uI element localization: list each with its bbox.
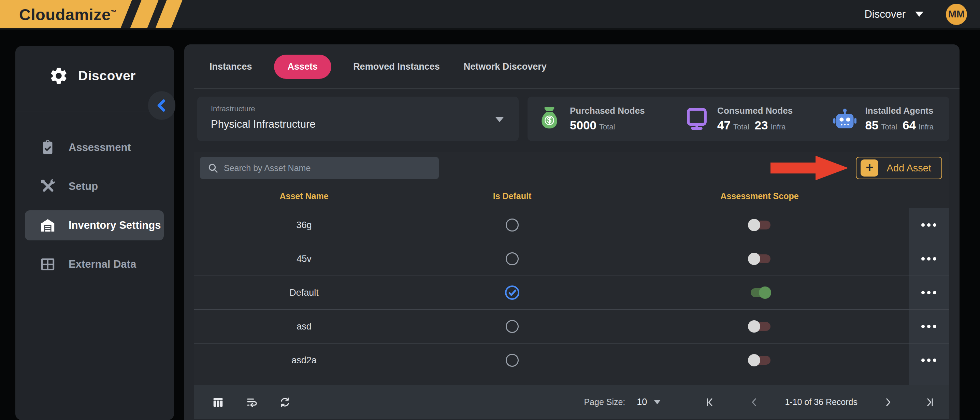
table-row: 45v [194,242,949,276]
sidebar-item-label: External Data [68,258,136,270]
assessment-scope-toggle[interactable] [748,354,771,367]
asset-name: 36g [296,220,312,230]
sidebar-menu: Assessment Setup Inventory Settings Exte… [15,133,174,279]
row-actions-menu[interactable] [909,242,949,276]
is-default-radio[interactable] [506,320,519,333]
asset-name: Default [290,287,319,298]
page-background: Discover Assessment Setup Inventory Sett… [0,30,980,420]
gear-icon [49,66,68,86]
row-actions-menu[interactable] [909,310,949,343]
stats-panel: Purchased Nodes 5000 Total Consumed Node… [528,97,949,141]
clipboard-check-icon [40,140,56,155]
sidebar-title: Discover [78,68,136,83]
is-default-radio[interactable] [506,219,519,232]
assessment-scope-toggle[interactable] [748,286,771,299]
ellipsis-icon [921,325,936,328]
stat-value: 23 [755,118,768,132]
app-switcher-label: Discover [864,8,905,21]
page-size-label: Page Size: [584,397,625,407]
infrastructure-select-label: Infrastructure [211,104,519,113]
stat-consumed-nodes: Consumed Nodes 47 Total 23 Infra [685,105,793,132]
stat-value: 85 [865,118,879,132]
columns-icon[interactable] [212,396,224,409]
asset-name: asd [296,321,312,332]
chevron-down-icon [495,117,504,122]
app-switcher[interactable]: Discover [864,8,923,21]
main-panel: Instances Assets Removed Instances Netwo… [184,45,959,420]
infrastructure-select[interactable]: Infrastructure Physical Infrastructure [197,97,519,141]
tab-network-discovery[interactable]: Network Discovery [462,54,549,79]
first-page-button[interactable] [704,396,716,408]
stat-unit: Total [599,123,615,131]
is-default-radio[interactable] [506,354,519,367]
table-row: Default [194,276,949,310]
tab-assets[interactable]: Assets [274,54,332,79]
logo-text: Cloudamize™ [19,5,117,24]
column-header-is-default: Is Default [414,191,611,201]
assessment-scope-toggle[interactable] [748,252,771,265]
tabs-divider [194,88,959,89]
records-count: 1-10 of 36 Records [785,397,858,407]
sidebar-item-label: Setup [68,180,98,193]
table-toolbar: + Add Asset [194,152,949,184]
table-header: Asset Name Is Default Assessment Scope [194,184,949,208]
actions-cell [909,377,949,385]
row-actions-menu[interactable] [909,208,949,242]
table-footer: Page Size: 10 1-10 of 36 Records [194,385,949,419]
ellipsis-icon [921,257,936,260]
sidebar: Discover Assessment Setup Inventory Sett… [15,46,174,420]
row-actions-menu[interactable] [909,276,949,309]
sidebar-header: Discover [15,46,174,86]
stat-unit: Infra [919,123,934,131]
is-default-radio[interactable] [506,252,519,265]
sidebar-item-label: Inventory Settings [68,219,161,232]
robot-icon [833,107,856,131]
table-icon [40,256,56,272]
sidebar-item-setup[interactable]: Setup [25,171,164,201]
column-header-asset-name: Asset Name [194,191,414,201]
sidebar-item-inventory-settings[interactable]: Inventory Settings [25,210,164,240]
asset-name: 45v [296,254,312,264]
tab-instances[interactable]: Instances [207,54,254,79]
tools-icon [40,179,56,194]
table-row: 36g [194,208,949,242]
refresh-icon[interactable] [279,396,291,409]
assets-table: + Add Asset Asset Name Is Default Assess… [194,152,949,419]
stat-title: Consumed Nodes [717,105,793,116]
stat-unit: Total [881,123,897,131]
tab-removed-instances[interactable]: Removed Instances [351,54,442,79]
asset-name: asd2a [291,355,317,366]
chevron-down-icon[interactable] [654,400,660,404]
row-actions-menu[interactable] [909,343,949,377]
stat-value: 47 [717,118,730,132]
sidebar-item-assessment[interactable]: Assessment [25,133,164,163]
search-input[interactable] [224,163,431,173]
last-page-button[interactable] [924,396,935,408]
chevron-left-icon [154,98,169,113]
check-circle-icon[interactable] [504,284,520,301]
avatar-initials: MM [948,8,965,20]
ellipsis-icon [921,291,936,294]
table-row: asd2a [194,343,949,377]
ellipsis-icon [921,359,936,362]
search-icon [207,163,218,174]
infrastructure-select-value: Physical Infrastructure [211,118,519,131]
search-field[interactable] [200,157,439,179]
tab-bar: Instances Assets Removed Instances Netwo… [184,45,959,79]
page-size-value[interactable]: 10 [637,397,647,407]
add-asset-button[interactable]: + Add Asset [856,157,942,179]
stat-unit: Total [733,123,749,131]
chevron-down-icon [915,11,923,17]
money-bag-icon [538,107,561,131]
sidebar-item-external-data[interactable]: External Data [25,249,164,279]
next-page-button[interactable] [882,396,894,408]
cloudamize-logo[interactable]: Cloudamize™ [0,0,191,28]
assessment-scope-toggle[interactable] [748,219,771,232]
avatar[interactable]: MM [946,4,967,25]
assessment-scope-toggle[interactable] [748,320,771,333]
wrap-text-icon[interactable] [245,396,258,409]
sidebar-collapse-button[interactable] [148,91,175,120]
previous-page-button[interactable] [749,396,760,408]
column-header-assessment-scope: Assessment Scope [611,191,909,201]
stat-title: Installed Agents [865,105,934,116]
